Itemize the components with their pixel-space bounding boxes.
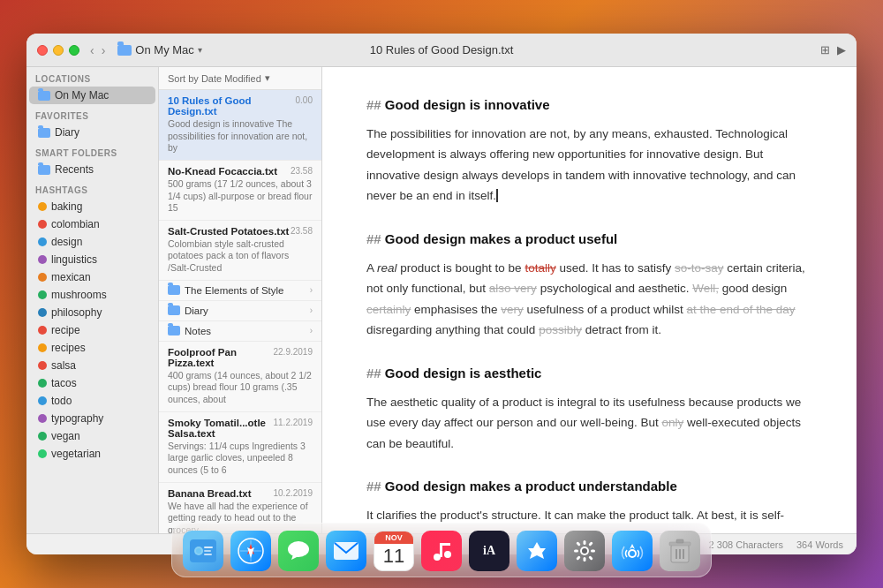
tag-label: colombian: [51, 218, 100, 230]
sidebar-item-tag-linguistics[interactable]: linguistics: [29, 251, 155, 268]
sidebar-item-tag-vegan[interactable]: vegan: [29, 427, 155, 445]
navigation-arrows: ‹ ›: [88, 43, 107, 57]
tag-dot-icon: [38, 343, 47, 352]
messages-icon: [286, 539, 311, 563]
sidebar-item-tag-tacos[interactable]: tacos: [29, 374, 155, 392]
folder-chevron-icon: ›: [310, 326, 313, 335]
sidebar-item-tag-mushrooms[interactable]: mushrooms: [29, 286, 155, 304]
strikethrough-only: only: [661, 416, 683, 429]
expand-button[interactable]: ▶: [837, 43, 846, 57]
sidebar-item-tag-typography[interactable]: typography: [29, 410, 155, 427]
file-item-salsa[interactable]: Smoky Tomatil...otle Salsa.text 11.2.201…: [159, 412, 321, 483]
sidebar-item-on-my-mac[interactable]: On My Mac: [29, 87, 155, 104]
sidebar-item-tag-recipe[interactable]: recipe: [29, 321, 155, 339]
dock-ia-writer[interactable]: iA: [469, 531, 509, 571]
tag-label: baking: [51, 200, 82, 213]
sidebar-item-tag-vegetarian[interactable]: vegetarian: [29, 445, 155, 463]
sort-label: Sort by Date Modified: [168, 73, 261, 84]
folder-item-notes[interactable]: Notes ›: [159, 321, 321, 342]
file-preview: Servings: 11/4 cups Ingredients 3 large …: [168, 441, 313, 477]
sidebar-item-tag-mexican[interactable]: mexican: [29, 268, 155, 286]
hashtags-label: Hashtags: [26, 178, 158, 198]
tag-label: philosophy: [51, 306, 102, 319]
close-button[interactable]: [37, 45, 48, 56]
view-toggle[interactable]: ⊞: [820, 43, 830, 57]
sidebar-item-tag-design[interactable]: design: [29, 233, 155, 251]
dock-mail[interactable]: [326, 531, 366, 571]
strikethrough-possibly: possibly: [539, 323, 582, 336]
character-count: 2 308 Characters: [709, 539, 783, 550]
editor-section-3: ## Good design is aesthetic The aestheti…: [366, 362, 812, 454]
file-item-focaccia[interactable]: No-Knead Focaccia.txt 23.58 500 grams (1…: [159, 161, 321, 221]
tag-dot-icon: [38, 290, 47, 299]
calendar-day: 11: [383, 545, 404, 568]
tag-label: linguistics: [51, 253, 97, 266]
sidebar-item-tag-recipes[interactable]: recipes: [29, 339, 155, 357]
heading-hash: ##: [366, 231, 385, 246]
svg-rect-3: [204, 547, 213, 548]
svg-rect-21: [584, 557, 586, 562]
tag-dot-icon: [38, 396, 47, 405]
svg-point-15: [444, 551, 451, 558]
file-size: 23.58: [291, 166, 313, 176]
file-item-pizza[interactable]: Foolproof Pan Pizza.text 22.9.2019 400 g…: [159, 342, 321, 412]
file-date: 22.9.2019: [274, 347, 313, 357]
para-1: The possibilities for innovation are not…: [366, 124, 812, 207]
folder-item-diary[interactable]: Diary ›: [159, 301, 321, 321]
sidebar: Locations On My Mac Favorites Diary Smar…: [26, 67, 159, 533]
svg-rect-27: [588, 555, 593, 561]
sidebar-item-tag-salsa[interactable]: salsa: [29, 357, 155, 374]
forward-arrow[interactable]: ›: [100, 43, 108, 57]
sidebar-item-tag-todo[interactable]: todo: [29, 392, 155, 410]
dock-music[interactable]: [421, 531, 462, 571]
dock-appstore[interactable]: [517, 531, 557, 571]
strikethrough-well: Well,: [692, 282, 719, 295]
dock-system-prefs[interactable]: [564, 531, 605, 571]
file-list-header[interactable]: Sort by Date Modified ▾: [159, 67, 321, 90]
tags-list: bakingcolombiandesignlinguisticsmexicanm…: [26, 198, 158, 463]
svg-marker-29: [630, 544, 635, 549]
dock-airdrop[interactable]: [612, 531, 653, 571]
minimize-button[interactable]: [53, 45, 64, 56]
editor[interactable]: ## Good design is innovative The possibi…: [322, 67, 857, 533]
sidebar-item-tag-philosophy[interactable]: philosophy: [29, 304, 155, 321]
location-text: On My Mac: [135, 43, 193, 57]
file-item-potatoes[interactable]: Salt-Crusted Potatoes.txt 23.58 Colombia…: [159, 221, 321, 281]
calendar-month: NOV: [374, 531, 413, 544]
svg-rect-25: [588, 541, 593, 547]
tag-dot-icon: [38, 414, 47, 423]
tag-dot-icon: [38, 432, 47, 441]
dock-calendar[interactable]: NOV 11: [374, 531, 414, 571]
svg-rect-22: [574, 550, 578, 553]
file-item-selected[interactable]: 10 Rules of Good Design.txt 0.00 Good de…: [159, 90, 321, 161]
folder-name: Diary: [185, 305, 306, 316]
ia-label: iA: [483, 544, 495, 558]
folder-icon: [168, 326, 180, 335]
back-arrow[interactable]: ‹: [88, 43, 96, 57]
dock-messages[interactable]: [278, 531, 319, 571]
window-title: 10 Rules of Good Design.txt: [370, 43, 514, 57]
main-window: ‹ › On My Mac ▾ 10 Rules of Good Design.…: [26, 34, 857, 554]
tag-dot-icon: [38, 326, 47, 335]
dock-finder[interactable]: [183, 531, 223, 571]
file-name: Smoky Tomatil...otle Salsa.text: [168, 418, 274, 439]
dock-safari[interactable]: [230, 531, 271, 571]
sidebar-item-diary[interactable]: Diary: [29, 124, 155, 141]
file-date: 10.2.2019: [274, 488, 313, 498]
svg-point-11: [288, 541, 309, 557]
prefs-icon: [572, 539, 597, 563]
maximize-button[interactable]: [69, 45, 79, 56]
folder-icon: [168, 285, 180, 295]
sidebar-item-recents[interactable]: Recents: [29, 161, 155, 178]
dock-trash[interactable]: [660, 531, 700, 571]
folder-item-elements[interactable]: The Elements of Style ›: [159, 281, 321, 301]
location-label[interactable]: On My Mac ▾: [117, 43, 201, 57]
sidebar-item-tag-baking[interactable]: baking: [29, 198, 155, 215]
chevron-down-icon: ▾: [198, 45, 202, 55]
strikethrough-totally: totally: [525, 261, 555, 275]
para-3: The aesthetic quality of a product is in…: [366, 392, 812, 455]
svg-rect-32: [676, 539, 683, 543]
tag-label: tacos: [51, 377, 77, 389]
svg-rect-24: [576, 541, 581, 547]
sidebar-item-tag-colombian[interactable]: colombian: [29, 215, 155, 233]
